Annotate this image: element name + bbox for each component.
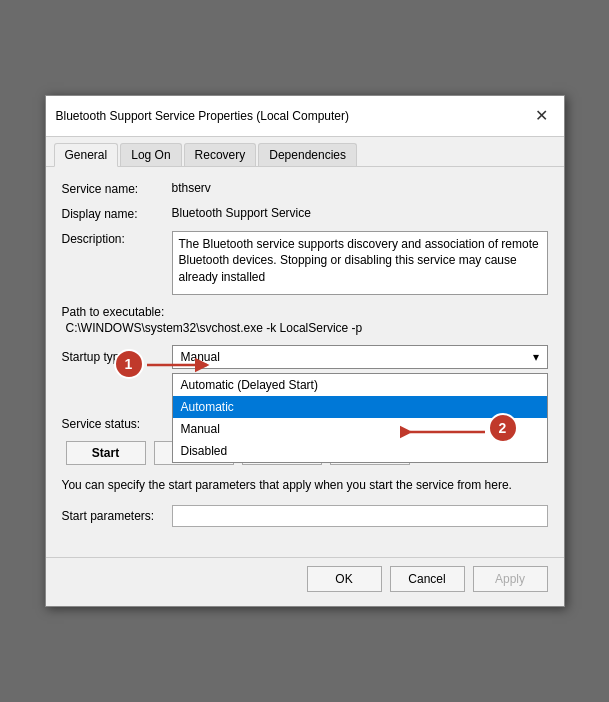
- service-name-value: bthserv: [172, 181, 548, 195]
- startup-label: Startup type:: [62, 345, 172, 364]
- path-section: Path to executable: C:\WINDOWS\system32\…: [62, 305, 548, 335]
- display-name-value: Bluetooth Support Service: [172, 206, 548, 220]
- tab-recovery[interactable]: Recovery: [184, 143, 257, 166]
- tab-general[interactable]: General: [54, 143, 119, 167]
- description-row: Description: The Bluetooth service suppo…: [62, 231, 548, 295]
- ok-button[interactable]: OK: [307, 566, 382, 592]
- service-name-label: Service name:: [62, 181, 172, 196]
- startup-dropdown-menu: Automatic (Delayed Start) Automatic Manu…: [172, 373, 548, 463]
- dialog-title: Bluetooth Support Service Properties (Lo…: [56, 109, 349, 123]
- dropdown-item-manual[interactable]: Manual: [173, 418, 547, 440]
- dropdown-item-automatic[interactable]: Automatic: [173, 396, 547, 418]
- dropdown-item-disabled[interactable]: Disabled: [173, 440, 547, 462]
- startup-row: Startup type: Manual ▾ Automatic (Delaye…: [62, 345, 548, 369]
- start-button[interactable]: Start: [66, 441, 146, 465]
- startup-selected-value: Manual: [181, 350, 220, 364]
- content-area: Service name: bthserv Display name: Blue…: [46, 167, 564, 558]
- dialog: Bluetooth Support Service Properties (Lo…: [45, 95, 565, 608]
- tab-logon[interactable]: Log On: [120, 143, 181, 166]
- path-label: Path to executable:: [62, 305, 548, 319]
- startup-container: Startup type: Manual ▾ Automatic (Delaye…: [62, 345, 548, 369]
- description-label: Description:: [62, 231, 172, 246]
- startup-right: Manual ▾ Automatic (Delayed Start) Autom…: [172, 345, 548, 369]
- display-name-row: Display name: Bluetooth Support Service: [62, 206, 548, 221]
- service-status-label: Service status:: [62, 417, 172, 431]
- display-name-label: Display name:: [62, 206, 172, 221]
- dropdown-chevron-icon: ▾: [533, 350, 539, 364]
- path-value: C:\WINDOWS\system32\svchost.exe -k Local…: [66, 321, 548, 335]
- service-name-row: Service name: bthserv: [62, 181, 548, 196]
- start-params-row: Start parameters:: [62, 505, 548, 527]
- start-params-label: Start parameters:: [62, 509, 172, 523]
- description-value: The Bluetooth service supports discovery…: [172, 231, 548, 295]
- title-bar: Bluetooth Support Service Properties (Lo…: [46, 96, 564, 137]
- start-params-input[interactable]: [172, 505, 548, 527]
- dialog-footer: OK Cancel Apply: [46, 557, 564, 606]
- tab-dependencies[interactable]: Dependencies: [258, 143, 357, 166]
- cancel-button[interactable]: Cancel: [390, 566, 465, 592]
- tab-bar: General Log On Recovery Dependencies: [46, 137, 564, 167]
- apply-button[interactable]: Apply: [473, 566, 548, 592]
- info-text: You can specify the start parameters tha…: [62, 477, 548, 494]
- dropdown-item-delayed[interactable]: Automatic (Delayed Start): [173, 374, 547, 396]
- startup-select[interactable]: Manual ▾: [172, 345, 548, 369]
- close-button[interactable]: ✕: [530, 104, 554, 128]
